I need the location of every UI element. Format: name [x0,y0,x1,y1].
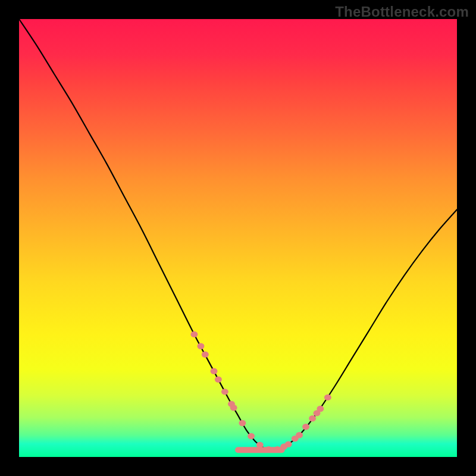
curve-marker [324,394,331,400]
curve-marker [197,343,204,349]
curve-marker [239,420,246,426]
chart-frame: TheBottleneck.com [0,0,476,476]
bottleneck-curve [19,19,457,450]
curve-marker [211,368,218,374]
watermark-text: TheBottleneck.com [335,4,469,20]
curve-marker [248,433,255,439]
curve-marker [215,377,222,383]
curve-marker [296,432,303,438]
curve-marker [230,405,237,411]
curve-marker [309,415,316,421]
curve-marker [302,424,309,430]
curve-marker [265,446,273,452]
curve-svg [19,19,457,457]
curve-marker [202,352,209,358]
curve-markers [190,331,331,453]
curve-marker [256,442,264,448]
curve-marker [280,443,287,449]
plot-area [19,19,457,457]
curve-marker [274,446,281,452]
curve-marker [190,331,198,337]
curve-marker [221,389,228,394]
curve-marker [317,406,324,412]
